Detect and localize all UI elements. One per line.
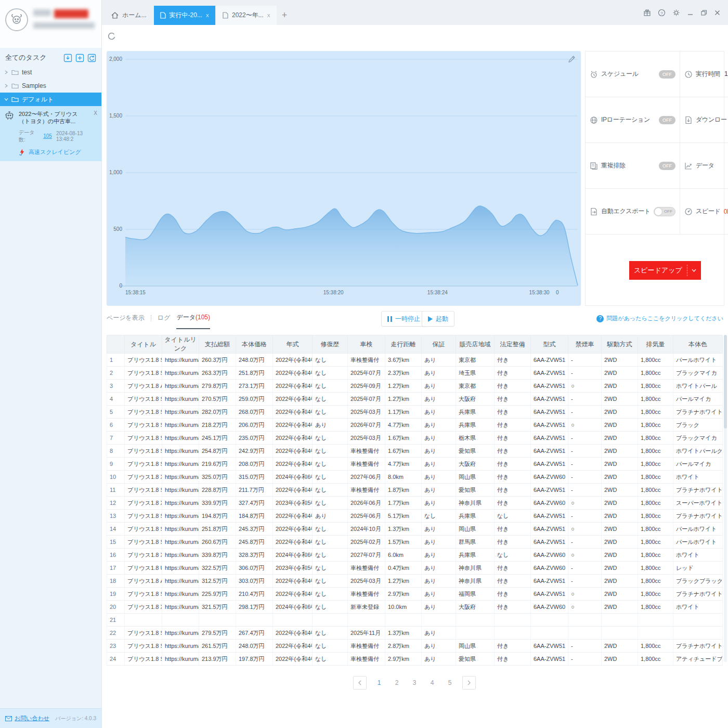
table-row[interactable]: 10プリウス1.8 X 登録...https://kuruma-ex.jp/..… [107,471,723,484]
table-row[interactable]: 23プリウス1.8 S セー...https://kuruma-ex.jp/..… [107,640,723,653]
cell: 2026年06月 [348,497,385,510]
page-button-5[interactable]: 5 [445,679,455,686]
tab-close-icon[interactable]: X [267,13,270,18]
pagination: 12345 [107,676,722,690]
table-row[interactable]: 8プリウス1.8 S ツー...https://kuruma-ex.jp/...… [107,445,723,458]
table-row[interactable]: 17プリウス1.8 U 全方...https://kuruma-ex.jp/..… [107,562,723,575]
table-row[interactable]: 21 [107,614,723,627]
setting-dedupe[interactable]: 重複排除 OFF [586,143,680,189]
cell: 1.2万km [385,393,422,406]
cell: 福岡県 [456,588,495,601]
table-row[interactable]: 18プリウス1.8 A ツー...https://kuruma-ex.jp/..… [107,575,723,588]
cell: パールホワイト [673,354,723,367]
tab-label: 2022〜年... [232,11,264,20]
view-tab-data[interactable]: データ(105) [176,313,210,329]
sidebar-folder-default[interactable]: デフォルト [0,93,101,106]
edit-pencil-icon[interactable] [567,55,576,63]
sidebar-folder-samples[interactable]: Samples [0,79,101,93]
table-row[interactable]: 15プリウス1.8 S セー...https://kuruma-ex.jp/..… [107,536,723,549]
cell: 2022年(令和4年) [273,588,313,601]
boost-mode-row[interactable]: 高速スクレイピング [19,148,97,156]
table-row[interactable]: 13プリウス1.8 S モデ...https://kuruma-ex.jp/..… [107,510,723,523]
cell: 2WD [602,458,638,471]
view-tab-log[interactable]: ログ [158,314,171,322]
next-page-button[interactable] [462,676,476,690]
close-icon[interactable] [714,9,721,16]
dedupe-off-badge[interactable]: OFF [659,162,675,170]
setting-download[interactable]: ダウンロード 0 [680,97,728,143]
tab-close-icon[interactable]: X [206,13,209,18]
page-button-1[interactable]: 1 [374,679,384,686]
cell: - [568,393,602,406]
speedup-button[interactable]: スピードアップ [629,261,701,280]
contact-link[interactable]: お問い合わせ [5,714,49,722]
cell: 1,800cc [638,562,673,575]
svg-text:15:38:30: 15:38:30 [529,290,550,295]
table-row[interactable]: 3プリウス1.8 A ツー...https://kuruma-ex.jp/...… [107,380,723,393]
cell: 213.9万円 [199,653,236,666]
start-button[interactable]: 起動 [422,311,454,327]
cell: 1,800cc [638,458,673,471]
ip-rotation-off-badge[interactable]: OFF [659,116,675,124]
avatar[interactable] [5,8,28,31]
page-button-4[interactable]: 4 [427,679,437,686]
table-row[interactable]: 12プリウス1.8 X 8型デ...https://kuruma-ex.jp/.… [107,497,723,510]
table-row[interactable]: 9プリウス1.8 S ワン...https://kuruma-ex.jp/...… [107,458,723,471]
table-row[interactable]: 14プリウス1.8 S セー...https://kuruma-ex.jp/..… [107,523,723,536]
help-icon[interactable]: ? [658,9,666,17]
table-row[interactable]: 6プリウス1.8 S ツー...https://kuruma-ex.jp/...… [107,419,723,432]
table-row[interactable]: 7プリウス1.8 S セー...https://kuruma-ex.jp/...… [107,432,723,445]
page-button-3[interactable]: 3 [409,679,420,686]
setting-auto-export[interactable]: 自動エクスポート OFF [586,189,680,235]
import-task-icon[interactable] [63,54,72,62]
setting-schedule[interactable]: スケジュール OFF [586,51,680,97]
table-row[interactable]: 11プリウス1.8 S セー...https://kuruma-ex.jp/..… [107,484,723,497]
gift-icon[interactable] [643,9,651,17]
cell [673,627,723,640]
table-scrollbar[interactable] [724,335,727,662]
view-tab-page[interactable]: ページを表示 [107,314,145,322]
setting-data[interactable]: データ 105 [680,143,728,189]
restore-icon[interactable] [700,9,707,16]
table-row[interactable]: 1プリウス1.8 S ツー...https://kuruma-ex.jp/...… [107,354,723,367]
trouble-help-link[interactable]: ? 問題があったらここをクリックしてください [596,315,723,322]
auto-export-toggle[interactable]: OFF [654,207,675,216]
refresh-row [102,25,728,48]
row-index: 3 [107,380,125,393]
page-button-2[interactable]: 2 [392,679,402,686]
cell [162,614,199,627]
cell: 神奈川県 [456,562,495,575]
table-row[interactable]: 22プリウス1.8 S ツー...https://kuruma-ex.jp/..… [107,627,723,640]
table-row[interactable]: 19プリウス1.8 S 衝突...https://kuruma-ex.jp/..… [107,588,723,601]
cell: 273.1万円 [236,380,273,393]
task-card[interactable]: 2022〜年式・プリウス（トヨタ）の中古車... X データ数: 105 202… [0,106,101,161]
new-tab-button[interactable]: + [277,10,293,25]
table-row[interactable]: 5プリウス1.8 S セー...https://kuruma-ex.jp/...… [107,406,723,419]
refresh-icon[interactable] [107,32,116,41]
scrollbar-thumb[interactable] [724,335,727,428]
sidebar-folder-test[interactable]: test [0,66,101,79]
task-close-icon[interactable]: X [94,110,97,116]
cell: 付き [495,471,531,484]
settings-gear-icon[interactable] [672,9,680,17]
table-row[interactable]: 24プリウス1.8 S セー...https://kuruma-ex.jp/..… [107,653,723,666]
prev-page-button[interactable] [353,676,367,690]
data-count-link[interactable]: 105 [43,133,52,139]
speedup-caret[interactable] [687,265,696,276]
sync-tasks-icon[interactable] [87,54,96,62]
tab-home[interactable]: ホーム... [104,6,154,25]
cell: https://kuruma-ex.jp/... [162,445,199,458]
tab-other[interactable]: 2022〜年... X [216,6,277,25]
cell: 大阪府 [456,393,495,406]
minimize-icon[interactable] [687,9,694,16]
table-row[interactable]: 2プリウス1.8 S ツー...https://kuruma-ex.jp/...… [107,367,723,380]
table-row[interactable]: 4プリウス1.8 S ツー...https://kuruma-ex.jp/...… [107,393,723,406]
schedule-off-badge[interactable]: OFF [659,70,675,79]
table-row[interactable]: 16プリウス1.8 X 登録...https://kuruma-ex.jp/..… [107,549,723,562]
table-row[interactable]: 20プリウス1.8 X 8型デ...https://kuruma-ex.jp/.… [107,601,723,614]
add-task-icon[interactable] [75,54,84,62]
setting-ip-rotation[interactable]: IPローテーション OFF [586,97,680,143]
pause-button[interactable]: 一時停止 [381,311,426,327]
cell: ホワイト [673,601,723,614]
tab-running[interactable]: 実行中-20... X [154,6,215,25]
